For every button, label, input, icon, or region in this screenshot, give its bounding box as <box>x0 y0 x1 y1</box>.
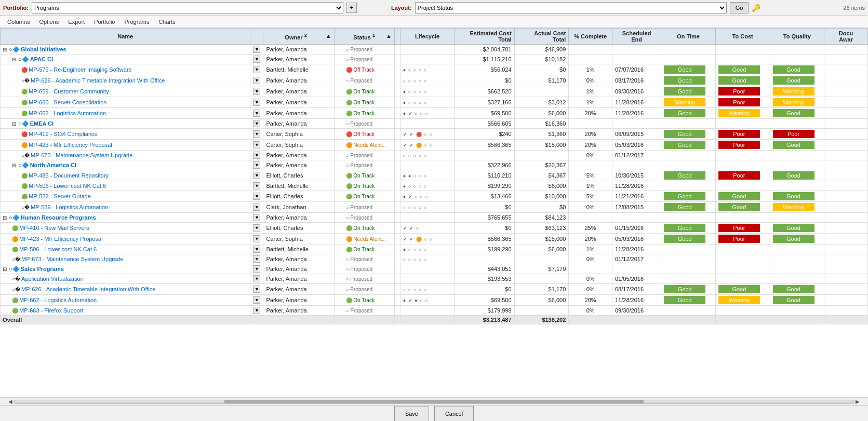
quality-badge: Good <box>664 203 705 211</box>
to-cost-cell: Good <box>715 191 770 202</box>
row-dropdown-btn[interactable]: ▼ <box>253 203 260 211</box>
row-dropdown-btn[interactable]: ▼ <box>253 130 260 138</box>
menu-item-programs[interactable]: Programs <box>120 18 153 26</box>
row-dropdown-btn[interactable]: ▼ <box>253 46 260 53</box>
row-dropdown-btn[interactable]: ▼ <box>253 99 260 106</box>
menu-item-options[interactable]: Options <box>35 18 63 26</box>
project-name-link[interactable]: MP-660 - Server Consolidation <box>29 99 106 105</box>
cancel-button[interactable]: Cancel <box>434 406 474 422</box>
row-dropdown-btn[interactable]: ▼ <box>253 246 260 253</box>
pct-cell: 20% <box>569 295 612 306</box>
status-cell: 🔴 Off Track <box>340 64 394 75</box>
save-button[interactable]: Save <box>394 406 429 422</box>
menu-item-export[interactable]: Export <box>64 18 89 26</box>
collapse-icon[interactable]: ⊟ <box>3 215 9 221</box>
status-badge: ○ Proposed <box>343 276 376 282</box>
project-name-link[interactable]: MP-522 - Server Outage <box>29 193 91 199</box>
collapse-icon[interactable]: ⊟ <box>12 57 18 62</box>
status-extra <box>394 55 400 64</box>
project-name-link[interactable]: MP-626 - Academic Timetable Integration … <box>21 286 155 292</box>
row-dropdown-btn[interactable]: ▼ <box>253 77 260 84</box>
sched-end-cell: 09/30/2016 <box>612 86 661 97</box>
project-name-link[interactable]: MP-485 - Document Repository <box>29 172 109 179</box>
status-extra <box>394 64 400 75</box>
menu-item-portfolio[interactable]: Portfolio <box>90 18 119 26</box>
add-portfolio-btn[interactable]: + <box>346 3 357 13</box>
row-dropdown-btn[interactable]: ▼ <box>253 214 260 221</box>
row-dropdown-btn[interactable]: ▼ <box>253 110 260 117</box>
table-row: 🟢MP-662 - Logistics Automation ▼ Parker,… <box>1 295 868 306</box>
row-dropdown-btn[interactable]: ▼ <box>253 152 260 159</box>
row-dropdown-btn[interactable]: ▼ <box>253 66 260 73</box>
on-time-cell: Good <box>661 284 716 295</box>
section-name-link[interactable]: Human Resource Programs <box>21 214 96 221</box>
owner-extra <box>334 160 340 170</box>
portfolio-select[interactable]: Programs <box>32 2 343 13</box>
project-name-link[interactable]: Application Virtualization <box>21 276 84 282</box>
row-dropdown-btn[interactable]: ▼ <box>253 265 260 273</box>
section-name-link[interactable]: Global Initiatives <box>21 46 66 52</box>
status-badge: 🟠 Needs Atent... <box>343 236 390 242</box>
project-name-link[interactable]: MP-423 - Mfr Efficiency Proposal <box>29 142 112 148</box>
row-dropdown-btn[interactable]: ▼ <box>253 88 260 95</box>
go-button[interactable]: Go <box>730 2 749 13</box>
collapse-icon[interactable]: ⊟ <box>12 162 18 168</box>
scroll-right-arrow[interactable]: ▶ <box>856 399 860 404</box>
project-name-link[interactable]: MP-506 - Lower cost NK Cat 6 <box>29 183 106 189</box>
quality-badge: Warning <box>773 98 814 106</box>
row-dropdown-btn[interactable]: ▼ <box>253 296 260 304</box>
key-icon[interactable]: 🔑 <box>752 4 760 12</box>
scroll-area[interactable]: ◀ ▶ <box>0 397 868 405</box>
table-wrapper[interactable]: Name Owner 2 ▲ Status 1 ▲ Lifecycle Esti… <box>0 28 868 397</box>
table-row: ⊟○🔷Human Resource Programs ▼ Parker, Ama… <box>1 213 868 223</box>
row-dropdown-btn[interactable]: ▼ <box>253 56 260 63</box>
row-dropdown-btn[interactable]: ▼ <box>253 286 260 293</box>
project-name-link[interactable]: MP-662 - Logistics Automation <box>19 297 97 303</box>
row-dropdown-btn[interactable]: ▼ <box>253 182 260 189</box>
project-name-link[interactable]: MP-662 - Logistics Automation <box>29 110 106 116</box>
project-name-link[interactable]: MP-673 - Maintenance System Upgrade <box>21 256 123 262</box>
row-dropdown-btn[interactable]: ▼ <box>253 224 260 232</box>
scroll-track[interactable] <box>14 400 854 404</box>
section-name-link[interactable]: APAC CI <box>30 56 53 62</box>
section-name-link[interactable]: EMEA CI <box>30 120 54 127</box>
row-dropdown-btn[interactable]: ▼ <box>253 120 260 127</box>
scroll-left-arrow[interactable]: ◀ <box>8 399 12 404</box>
project-name-link[interactable]: MP-626 - Academic Timetable Integration … <box>31 77 165 84</box>
dropdown-cell: ▼ <box>250 140 263 151</box>
menu-item-charts[interactable]: Charts <box>154 18 179 26</box>
lifecycle-cell: ● ✔ ○ ○ ○ <box>400 108 455 119</box>
project-name-link[interactable]: MP-410 - New Mail Servers <box>19 225 89 231</box>
menu-item-columns[interactable]: Columns <box>3 18 34 26</box>
project-name-link[interactable]: MP-659 - Customer Community <box>29 88 109 94</box>
owner-extra <box>334 264 340 274</box>
row-dropdown-btn[interactable]: ▼ <box>253 161 260 169</box>
quality-badge: Good <box>664 296 705 304</box>
project-name-link[interactable]: MP-539 - Logistics Automation <box>31 204 108 210</box>
name-cell: ⊟○🔷Global Initiatives <box>1 45 250 55</box>
project-name-link[interactable]: MP-419 - SOX Compliance <box>29 131 98 137</box>
row-dropdown-btn[interactable]: ▼ <box>253 235 260 242</box>
project-name-link[interactable]: MP-663 - Firefox Support <box>19 307 84 314</box>
row-dropdown-btn[interactable]: ▼ <box>253 307 260 314</box>
pct-cell <box>569 45 612 55</box>
section-name-link[interactable]: Sales Programs <box>21 266 64 272</box>
project-name-link[interactable]: MP-423 - Mfr Efficiency Proposal <box>19 236 103 242</box>
collapse-icon[interactable]: ⊟ <box>3 47 9 52</box>
row-dropdown-btn[interactable]: ▼ <box>253 193 260 200</box>
docu-cell <box>824 140 868 151</box>
owner-cell: Carter, Sophia <box>263 140 334 151</box>
row-dropdown-btn[interactable]: ▼ <box>253 275 260 282</box>
project-name-link[interactable]: MP-506 - Lower cost NK Cat 6 <box>19 246 97 252</box>
layout-select[interactable]: Project Status <box>415 2 727 13</box>
owner-extra <box>334 191 340 202</box>
row-dropdown-btn[interactable]: ▼ <box>253 255 260 263</box>
project-name-link[interactable]: MP-579 - Re-Engineer Imaging Software <box>29 66 132 73</box>
collapse-icon[interactable]: ⊟ <box>12 121 18 127</box>
project-name-link[interactable]: MP-673 - Maintenance System Upgrade <box>31 152 132 158</box>
section-name-link[interactable]: North America CI <box>30 162 76 168</box>
collapse-icon[interactable]: ⊟ <box>3 266 9 272</box>
row-dropdown-btn[interactable]: ▼ <box>253 172 260 179</box>
row-dropdown-btn[interactable]: ▼ <box>253 141 260 148</box>
on-time-cell: Good <box>661 223 716 234</box>
